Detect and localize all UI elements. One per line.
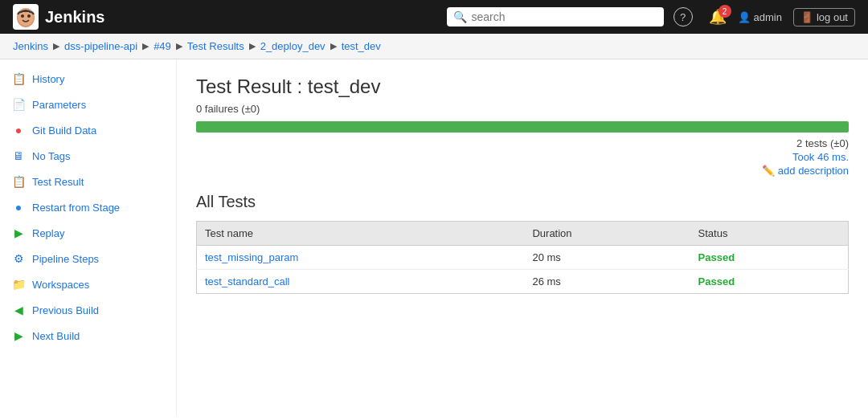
test-name-link[interactable]: test_missing_param bbox=[205, 251, 298, 263]
table-header-row: Test nameDurationStatus bbox=[197, 222, 849, 246]
col-status: Passed bbox=[690, 246, 849, 270]
test-result-icon: 📋 bbox=[11, 174, 26, 189]
pipeline-steps-icon: ⚙ bbox=[11, 251, 26, 266]
workspaces-icon: 📁 bbox=[11, 277, 26, 292]
sidebar-label-pipeline-steps: Pipeline Steps bbox=[32, 253, 99, 265]
sidebar-label-previous-build: Previous Build bbox=[32, 304, 99, 316]
breadcrumb-item--49[interactable]: #49 bbox=[154, 40, 171, 52]
svg-point-2 bbox=[21, 14, 24, 18]
tests-tbody: test_missing_param20 msPassedtest_standa… bbox=[197, 246, 849, 294]
sidebar-label-git-build-data: Git Build Data bbox=[32, 124, 96, 137]
breadcrumb-item-2-deploy-dev[interactable]: 2_deploy_dev bbox=[260, 40, 326, 52]
sidebar-label-parameters: Parameters bbox=[32, 99, 86, 111]
tests-count: 2 tests (±0) bbox=[196, 137, 849, 149]
help-button[interactable]: ? bbox=[674, 7, 693, 27]
col-header-test-name: Test name bbox=[197, 222, 525, 246]
main-content: Test Result : test_dev 0 failures (±0) 2… bbox=[177, 59, 868, 415]
app-logo[interactable]: Jenkins bbox=[13, 4, 104, 30]
sidebar-item-previous-build[interactable]: ◀Previous Build bbox=[0, 297, 176, 323]
app-name: Jenkins bbox=[45, 8, 104, 27]
sidebar-item-next-build[interactable]: ▶Next Build bbox=[0, 323, 176, 349]
page-title: Test Result : test_dev bbox=[196, 75, 849, 98]
sidebar-item-workspaces[interactable]: 📁Workspaces bbox=[0, 271, 176, 297]
search-box: 🔍 bbox=[447, 7, 664, 27]
sidebar: 📋History📄Parameters●Git Build Data🖥No Ta… bbox=[0, 59, 177, 415]
no-tags-icon: 🖥 bbox=[11, 149, 26, 163]
sidebar-label-next-build: Next Build bbox=[32, 330, 80, 342]
breadcrumb-separator: ▶ bbox=[249, 41, 256, 51]
sidebar-label-replay: Replay bbox=[32, 227, 64, 239]
all-tests-heading: All Tests bbox=[196, 193, 849, 211]
logout-icon: 🚪 bbox=[800, 11, 813, 23]
took-line: Took 46 ms. bbox=[196, 151, 849, 163]
sidebar-item-pipeline-steps[interactable]: ⚙Pipeline Steps bbox=[0, 246, 176, 271]
col-duration: 26 ms bbox=[524, 270, 690, 294]
sidebar-label-test-result: Test Result bbox=[32, 176, 84, 188]
tests-table: Test nameDurationStatus test_missing_par… bbox=[196, 221, 849, 294]
breadcrumb-item-test-dev[interactable]: test_dev bbox=[342, 40, 381, 52]
took-link[interactable]: Took 46 ms. bbox=[792, 151, 849, 163]
add-description-link[interactable]: add description bbox=[778, 165, 849, 177]
layout: 📋History📄Parameters●Git Build Data🖥No Ta… bbox=[0, 59, 868, 415]
logout-label: log out bbox=[817, 11, 848, 23]
sidebar-label-workspaces: Workspaces bbox=[32, 279, 89, 291]
user-label: admin bbox=[754, 11, 782, 23]
admin-user[interactable]: 👤 admin bbox=[738, 11, 782, 23]
parameters-icon: 📄 bbox=[11, 97, 26, 112]
breadcrumb-item-dss-pipeline-api[interactable]: dss-pipeline-api bbox=[64, 40, 137, 52]
col-status: Passed bbox=[690, 270, 849, 294]
notification-bell[interactable]: 🔔 2 bbox=[709, 8, 727, 26]
sidebar-item-parameters[interactable]: 📄Parameters bbox=[0, 92, 176, 117]
sidebar-item-test-result[interactable]: 📋Test Result bbox=[0, 169, 176, 194]
jenkins-logo-icon bbox=[13, 4, 39, 30]
previous-build-icon: ◀ bbox=[11, 303, 26, 317]
table-row: test_missing_param20 msPassed bbox=[197, 246, 849, 270]
replay-icon: ▶ bbox=[11, 226, 26, 240]
breadcrumb-separator: ▶ bbox=[330, 41, 337, 51]
breadcrumb-separator: ▶ bbox=[176, 41, 182, 51]
breadcrumb-item-jenkins[interactable]: Jenkins bbox=[13, 40, 48, 52]
table-row: test_standard_call26 msPassed bbox=[197, 270, 849, 294]
user-icon: 👤 bbox=[738, 11, 751, 23]
sidebar-label-history: History bbox=[32, 73, 64, 85]
sidebar-item-restart-from-stage[interactable]: ●Restart from Stage bbox=[0, 194, 176, 220]
logout-button[interactable]: 🚪 log out bbox=[793, 8, 855, 27]
svg-point-3 bbox=[27, 14, 31, 18]
breadcrumb-separator: ▶ bbox=[142, 41, 149, 51]
history-icon: 📋 bbox=[11, 71, 26, 86]
jenkins-face-icon bbox=[14, 6, 37, 28]
col-test-name: test_missing_param bbox=[197, 246, 525, 270]
failures-line: 0 failures (±0) bbox=[196, 103, 849, 115]
next-build-icon: ▶ bbox=[11, 328, 26, 343]
edit-icon: ✏️ bbox=[762, 165, 775, 177]
test-name-link[interactable]: test_standard_call bbox=[205, 275, 290, 287]
col-header-duration: Duration bbox=[524, 222, 690, 246]
breadcrumb: Jenkins▶dss-pipeline-api▶#49▶Test Result… bbox=[0, 34, 868, 59]
progress-bar bbox=[196, 121, 849, 133]
sidebar-label-restart-from-stage: Restart from Stage bbox=[32, 202, 120, 214]
restart-from-stage-icon: ● bbox=[11, 200, 26, 214]
header: Jenkins 🔍 ? 🔔 2 👤 admin 🚪 log out bbox=[0, 0, 868, 34]
git-build-data-icon: ● bbox=[11, 123, 26, 137]
help-icon: ? bbox=[680, 11, 686, 23]
search-input[interactable] bbox=[472, 10, 657, 23]
sidebar-label-no-tags: No Tags bbox=[32, 150, 70, 162]
sidebar-item-git-build-data[interactable]: ●Git Build Data bbox=[0, 117, 176, 143]
search-icon: 🔍 bbox=[453, 10, 467, 23]
breadcrumb-item-test-results[interactable]: Test Results bbox=[187, 40, 244, 52]
sidebar-item-replay[interactable]: ▶Replay bbox=[0, 220, 176, 246]
header-right: 🔔 2 👤 admin 🚪 log out bbox=[709, 8, 855, 27]
add-description-line: ✏️ add description bbox=[196, 165, 849, 177]
breadcrumb-separator: ▶ bbox=[53, 41, 59, 51]
sidebar-item-no-tags[interactable]: 🖥No Tags bbox=[0, 143, 176, 169]
sidebar-item-history[interactable]: 📋History bbox=[0, 66, 176, 92]
col-duration: 20 ms bbox=[524, 246, 690, 270]
col-test-name: test_standard_call bbox=[197, 270, 525, 294]
notification-badge: 2 bbox=[719, 5, 731, 18]
col-header-status: Status bbox=[690, 222, 849, 246]
